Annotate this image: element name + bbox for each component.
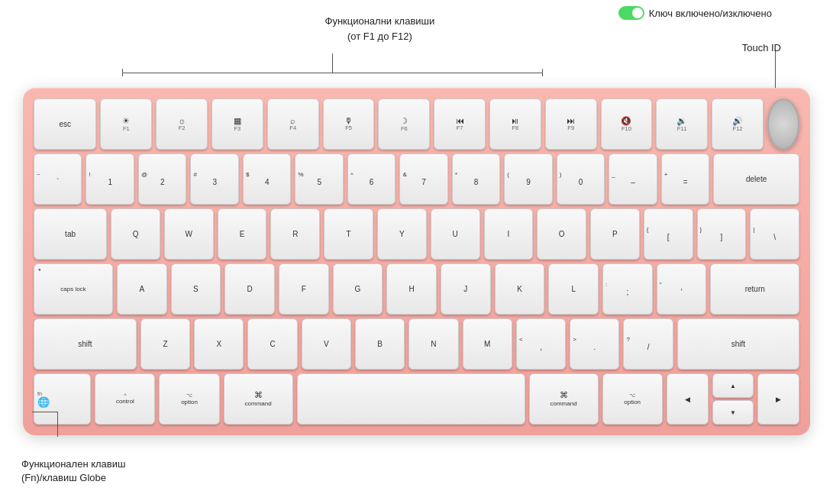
key-d[interactable]: D — [224, 263, 275, 315]
key-equals[interactable]: + = — [661, 153, 709, 205]
key-w-label: W — [186, 230, 192, 239]
key-m[interactable]: M — [463, 318, 512, 370]
key-f9[interactable]: ⏭ F9 — [545, 99, 597, 150]
key-5[interactable]: % 5 — [295, 153, 343, 205]
key-esc-label: esc — [59, 120, 71, 129]
key-delete[interactable]: delete — [713, 153, 799, 205]
key-command-right[interactable]: ⌘ command — [529, 373, 599, 425]
key-f12[interactable]: 🔊 F12 — [712, 99, 764, 150]
key-caps-lock[interactable]: ● caps lock — [34, 263, 113, 315]
key-f4[interactable]: ⌕ F4 — [267, 99, 319, 150]
key-7[interactable]: & 7 — [399, 153, 447, 205]
key-u[interactable]: U — [431, 208, 480, 260]
key-l[interactable]: L — [548, 263, 599, 315]
key-g[interactable]: G — [333, 263, 383, 315]
key-f[interactable]: F — [279, 263, 329, 315]
key-f8[interactable]: ⏯ F8 — [489, 99, 541, 150]
key-period[interactable]: > . — [570, 318, 619, 370]
key-f2[interactable]: ☼ F2 — [156, 99, 208, 150]
key-f-label: F — [302, 285, 306, 294]
key-control[interactable]: ^ control — [95, 373, 155, 425]
key-comma-top: < — [519, 336, 523, 343]
key-x[interactable]: X — [194, 318, 244, 370]
key-t-label: T — [347, 230, 351, 239]
key-z[interactable]: Z — [140, 318, 190, 370]
key-shift-left[interactable]: shift — [34, 318, 137, 370]
key-f6[interactable]: ☽ F6 — [378, 99, 430, 150]
key-bracket-l[interactable]: { [ — [644, 208, 693, 260]
key-t[interactable]: T — [324, 208, 373, 260]
key-f11[interactable]: 🔉 F11 — [656, 99, 708, 150]
key-r[interactable]: R — [270, 208, 320, 260]
key-arrow-left[interactable]: ◀ — [667, 373, 709, 425]
key-minus-top: _ — [612, 171, 615, 178]
key-arrow-up[interactable]: ▲ — [712, 373, 753, 398]
key-f5[interactable]: 🎙 F5 — [323, 99, 375, 150]
fn-keys-right-tick — [542, 69, 543, 76]
key-slash-main: / — [647, 343, 650, 352]
key-w[interactable]: W — [164, 208, 214, 260]
key-e[interactable]: E — [218, 208, 267, 260]
key-0[interactable]: ) 0 — [557, 153, 605, 205]
key-1[interactable]: ! 1 — [86, 153, 134, 205]
key-arrow-right[interactable]: ▶ — [757, 373, 799, 425]
key-backslash[interactable]: | \ — [750, 208, 799, 260]
key-semicolon[interactable]: : ; — [602, 263, 653, 315]
key-minus-main: – — [631, 178, 635, 187]
key-command-left-label: command — [245, 400, 272, 408]
key-f3[interactable]: ▦ F3 — [211, 99, 263, 150]
key-v[interactable]: V — [302, 318, 351, 370]
key-f2-label: F2 — [179, 125, 186, 131]
key-o[interactable]: O — [537, 208, 586, 260]
key-minus[interactable]: _ – — [609, 153, 657, 205]
key-space[interactable] — [297, 373, 525, 425]
key-command-left[interactable]: ⌘ command — [224, 373, 293, 425]
key-4[interactable]: $ 4 — [243, 153, 291, 205]
key-2[interactable]: @ 2 — [138, 153, 186, 205]
key-f10[interactable]: 🔇 F10 — [601, 99, 653, 150]
fn-keys-center-line — [332, 53, 333, 73]
key-9[interactable]: ( 9 — [504, 153, 552, 205]
key-g-label: G — [355, 285, 361, 294]
key-backslash-main: \ — [773, 233, 776, 242]
key-comma[interactable]: < , — [516, 318, 566, 370]
key-option-left[interactable]: ⌥ option — [159, 373, 219, 425]
key-s[interactable]: S — [171, 263, 221, 315]
key-option-left-top: ⌥ — [186, 393, 192, 399]
key-y-label: Y — [399, 230, 405, 239]
key-comma-main: , — [540, 343, 542, 352]
key-slash[interactable]: ? / — [623, 318, 673, 370]
key-touch-id[interactable] — [767, 99, 799, 150]
modifier-key-row: fn 🌐 ^ control ⌥ option ⌘ command — [34, 373, 799, 425]
key-arrow-down[interactable]: ▼ — [712, 400, 753, 425]
key-a[interactable]: A — [117, 263, 167, 315]
key-esc[interactable]: esc — [34, 99, 96, 150]
key-5-main: 5 — [317, 178, 321, 187]
key-shift-right[interactable]: shift — [677, 318, 799, 370]
key-b[interactable]: B — [355, 318, 405, 370]
key-option-right[interactable]: ⌥ option — [602, 373, 663, 425]
key-y[interactable]: Y — [377, 208, 427, 260]
key-f7[interactable]: ⏮ F7 — [434, 99, 486, 150]
key-8[interactable]: * 8 — [452, 153, 500, 205]
key-i[interactable]: I — [484, 208, 534, 260]
key-quote[interactable]: " ' — [657, 263, 707, 315]
key-backtick[interactable]: ~ ` — [34, 153, 82, 205]
key-c[interactable]: C — [247, 318, 297, 370]
key-j[interactable]: J — [441, 263, 491, 315]
key-f6-label: F6 — [401, 126, 408, 132]
key-n[interactable]: N — [408, 318, 458, 370]
key-bracket-r[interactable]: } ] — [697, 208, 747, 260]
key-k[interactable]: K — [495, 263, 545, 315]
key-tab[interactable]: tab — [34, 208, 107, 260]
key-6[interactable]: ^ 6 — [347, 153, 396, 205]
key-f1[interactable]: ☀ F1 — [100, 99, 152, 150]
key-h[interactable]: H — [386, 263, 437, 315]
key-f1-icon: ☀ — [122, 116, 130, 126]
key-3[interactable]: # 3 — [190, 153, 238, 205]
key-q[interactable]: Q — [111, 208, 160, 260]
key-return[interactable]: return — [710, 263, 799, 315]
toggle-switch-icon[interactable] — [618, 6, 644, 20]
key-fn-globe[interactable]: fn 🌐 — [34, 373, 91, 425]
key-p[interactable]: P — [590, 208, 640, 260]
